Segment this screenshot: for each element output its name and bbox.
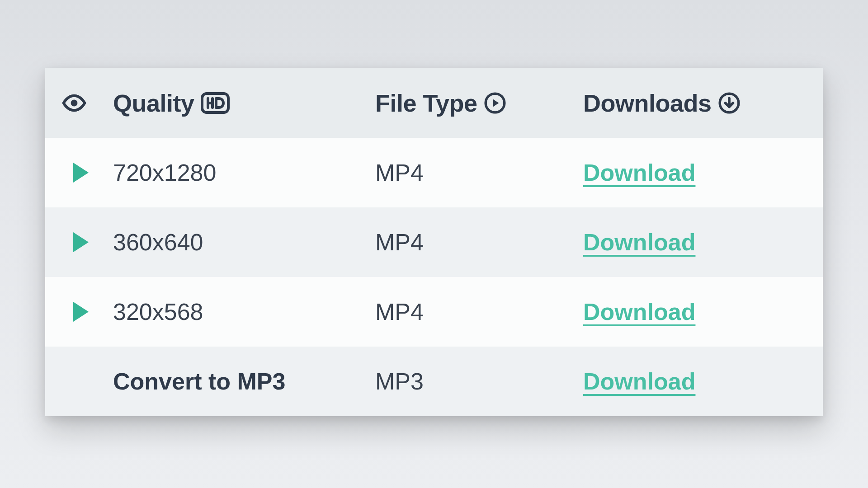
header-downloads: Downloads: [583, 89, 823, 117]
hd-icon: [201, 92, 230, 114]
table-row: Convert to MP3 MP3 Download: [45, 347, 823, 416]
table-row: 720x1280 MP4 Download: [45, 138, 823, 207]
download-link[interactable]: Download: [583, 159, 695, 186]
play-icon: [73, 302, 89, 322]
header-preview: [45, 90, 113, 116]
header-quality: Quality: [113, 89, 375, 117]
download-link[interactable]: Download: [583, 298, 695, 325]
filetype-value: MP4: [375, 229, 424, 256]
download-link[interactable]: Download: [583, 368, 695, 395]
preview-cell[interactable]: [45, 163, 113, 183]
header-filetype-label: File Type: [375, 89, 477, 117]
eye-icon: [61, 90, 87, 116]
quality-value: 720x1280: [113, 159, 216, 186]
play-icon: [73, 232, 89, 252]
svg-point-0: [71, 99, 78, 106]
play-icon: [73, 163, 89, 183]
header-quality-label: Quality: [113, 89, 194, 117]
filetype-value: MP3: [375, 368, 424, 395]
quality-value: 360x640: [113, 229, 203, 256]
download-link[interactable]: Download: [583, 229, 695, 256]
quality-value: Convert to MP3: [113, 368, 285, 395]
download-circle-icon: [718, 92, 741, 114]
table-row: 320x568 MP4 Download: [45, 277, 823, 347]
download-options-table: Quality File Type Downloads: [45, 68, 823, 416]
table-header: Quality File Type Downloads: [45, 68, 823, 138]
quality-value: 320x568: [113, 298, 203, 325]
header-filetype: File Type: [375, 89, 583, 117]
table-row: 360x640 MP4 Download: [45, 207, 823, 277]
preview-cell[interactable]: [45, 232, 113, 252]
play-circle-icon: [484, 92, 506, 114]
filetype-value: MP4: [375, 298, 424, 325]
header-downloads-label: Downloads: [583, 89, 712, 117]
filetype-value: MP4: [375, 159, 424, 186]
preview-cell[interactable]: [45, 302, 113, 322]
